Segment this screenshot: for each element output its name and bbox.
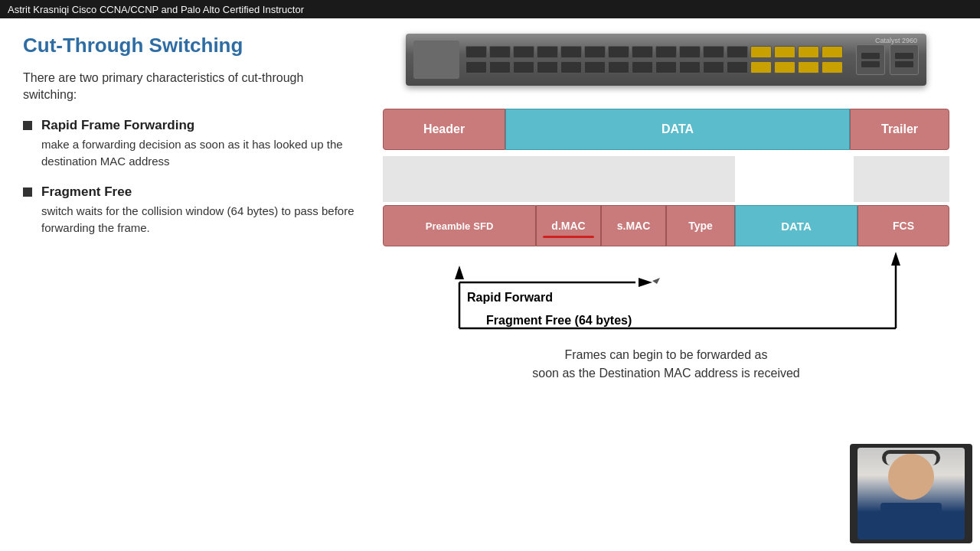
port-28 (727, 61, 748, 73)
dmac-box: d.MAC (536, 205, 601, 246)
port-2 (489, 46, 511, 58)
bullet-square-2 (23, 187, 32, 197)
header-box: Header (383, 109, 505, 150)
trailer-box: Trailer (850, 109, 949, 150)
bottom-text: Frames can begin to be forwarded as soon… (532, 346, 800, 383)
port-5 (560, 46, 582, 58)
module-port-4 (895, 61, 913, 67)
webcam-person (858, 448, 965, 540)
preamble-text: Preamble (426, 220, 471, 232)
svg-text:Fragment Free (64 bytes): Fragment Free (64 bytes) (486, 314, 632, 327)
bullet2-content: Fragment Free switch waits for the colli… (41, 184, 360, 237)
port-30 (774, 61, 795, 73)
svg-marker-12 (652, 278, 660, 284)
port-20 (537, 61, 558, 73)
dmac-underline (543, 236, 594, 238)
bullet2-title: Fragment Free (41, 184, 360, 200)
data-box-bottom: DATA (735, 205, 858, 246)
bottom-frame: Preamble SFD d.MAC s.MAC Type DATA FCS (383, 205, 949, 246)
switch-left-panel (413, 41, 459, 79)
titlebar: Astrit Krasniqi Cisco CCNA/CCNP and Palo… (0, 0, 980, 18)
dmac-label: d.MAC (551, 220, 585, 232)
port-6 (584, 46, 606, 58)
port-11 (703, 46, 724, 58)
intro-text: There are two primary characteristics of… (23, 70, 360, 104)
bullet1-content: Rapid Frame Forwarding make a forwarding… (41, 118, 360, 171)
switch-ports-area (466, 46, 850, 73)
page-title: Cut-Through Switching (23, 34, 360, 57)
port-21 (560, 61, 582, 73)
smac-box: s.MAC (601, 205, 666, 246)
svg-marker-10 (891, 252, 900, 266)
switch-module-2 (890, 44, 919, 75)
switch-image: Catalyst 2960 (406, 34, 926, 86)
switch-label: Catalyst 2960 (875, 37, 917, 44)
port-19 (513, 61, 534, 73)
switch-port-row-top (466, 46, 850, 58)
webcam-head (888, 454, 934, 500)
port-9 (655, 46, 677, 58)
webcam-overlay (850, 444, 972, 543)
port-1 (466, 46, 487, 58)
bottom-text-line2: soon as the Destination MAC address is r… (532, 364, 800, 383)
port-4 (537, 46, 558, 58)
module-port-1 (861, 53, 880, 59)
webcam-headphones (882, 450, 940, 465)
bullet1-body: make a forwarding decision as soon as it… (41, 136, 360, 171)
funnel-connector (383, 156, 949, 202)
data-box-top: DATA (505, 109, 850, 150)
port-22 (584, 61, 606, 73)
webcam-body (880, 503, 942, 533)
port-24 (632, 61, 653, 73)
port-27 (703, 61, 724, 73)
port-8 (632, 46, 653, 58)
frame-area: Header DATA Trailer Preamble SFD (383, 109, 949, 246)
svg-text:Rapid Forward: Rapid Forward (467, 291, 553, 304)
bullet1-title: Rapid Frame Forwarding (41, 118, 360, 133)
port-26 (679, 61, 701, 73)
sfd-text: SFD (473, 220, 493, 232)
bullet-rapid-frame: Rapid Frame Forwarding make a forwarding… (23, 118, 360, 171)
port-10 (679, 46, 701, 58)
svg-marker-0 (383, 156, 735, 202)
module-port-3 (895, 53, 913, 59)
left-panel: Cut-Through Switching There are two prim… (23, 34, 375, 543)
funnel-svg (383, 156, 949, 202)
port-3 (513, 46, 534, 58)
port-25 (655, 61, 677, 73)
port-17 (466, 61, 487, 73)
port-12 (727, 46, 748, 58)
bullet-fragment-free: Fragment Free switch waits for the colli… (23, 184, 360, 237)
svg-marker-5 (639, 278, 652, 287)
arrows-area: Rapid Forward Fragment Free (64 bytes) (383, 248, 949, 340)
port-18 (489, 61, 511, 73)
titlebar-text: Astrit Krasniqi Cisco CCNA/CCNP and Palo… (8, 4, 304, 15)
arrows-svg: Rapid Forward Fragment Free (64 bytes) (383, 248, 949, 340)
module-port-2 (861, 61, 880, 67)
port-7 (608, 46, 629, 58)
port-23 (608, 61, 629, 73)
main-content: Cut-Through Switching There are two prim… (0, 18, 980, 551)
bullet2-body: switch waits for the collision window (6… (41, 203, 360, 237)
port-13 (750, 46, 772, 58)
port-29 (750, 61, 772, 73)
switch-right-section (856, 44, 919, 75)
switch-module-1 (856, 44, 885, 75)
preamble-sfd-box: Preamble SFD (383, 205, 536, 246)
port-14 (774, 46, 795, 58)
fcs-box: FCS (858, 205, 949, 246)
switch-port-row-bottom (466, 61, 850, 73)
port-16 (822, 46, 843, 58)
port-15 (798, 46, 819, 58)
port-32 (822, 61, 843, 73)
type-box: Type (666, 205, 735, 246)
top-frame: Header DATA Trailer (383, 109, 949, 150)
svg-marker-1 (854, 156, 949, 202)
svg-marker-3 (455, 266, 464, 279)
port-31 (798, 61, 819, 73)
bottom-text-line1: Frames can begin to be forwarded as (532, 346, 800, 364)
bullet-square-1 (23, 121, 32, 130)
